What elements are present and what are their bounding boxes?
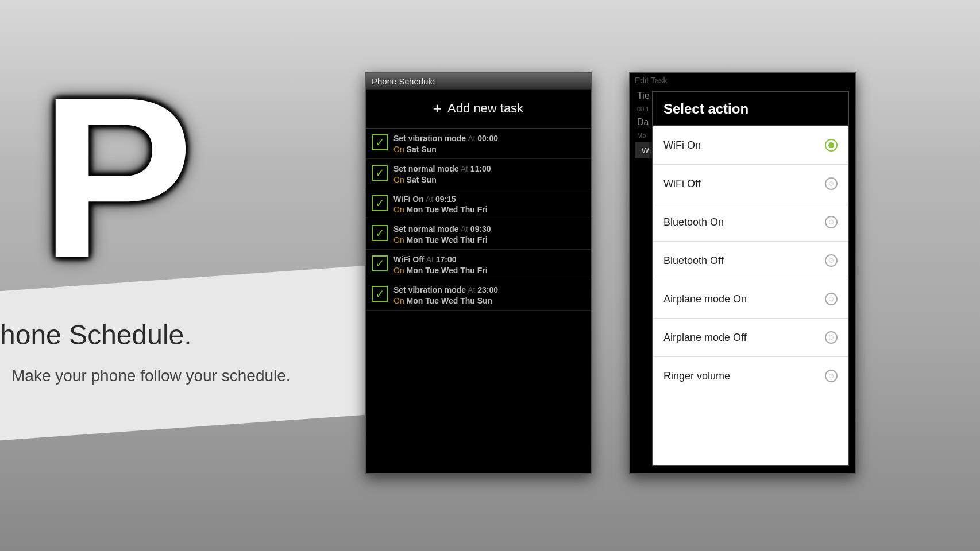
task-row[interactable]: ✓ Set vibration mode At 23:00 On Mon Tue… [366, 280, 591, 311]
task-checkbox[interactable]: ✓ [372, 255, 388, 271]
task-name: Set vibration mode [393, 134, 466, 143]
task-text: Set normal mode At 09:30 On Mon Tue Wed … [393, 224, 585, 246]
task-text: WiFi Off At 17:00 On Mon Tue Wed Thu Fri [393, 254, 585, 276]
task-on: On [393, 145, 404, 154]
dialog-title: Select action [653, 92, 848, 126]
promo-banner: hone Schedule. Make your phone follow yo… [0, 265, 368, 442]
task-at: At [461, 224, 468, 234]
action-option-label: Ringer volume [663, 370, 730, 382]
action-option[interactable]: Airplane mode Off [653, 319, 848, 357]
task-days: Mon Tue Wed Thu Fri [407, 235, 488, 245]
radio-icon [825, 216, 838, 228]
action-option[interactable]: Airplane mode On [653, 280, 848, 319]
task-at: At [468, 134, 475, 143]
task-list-container: ✓ Set vibration mode At 00:00 On Sat Sun… [366, 129, 591, 311]
select-action-dialog: Select action WiFi On WiFi Off Bluetooth… [652, 91, 849, 466]
app-header: Phone Schedule [366, 73, 591, 90]
action-option-label: Airplane mode On [663, 293, 747, 305]
radio-icon [825, 254, 838, 267]
add-new-task-button[interactable]: +Add new task [366, 90, 591, 129]
task-text: WiFi On At 09:15 On Mon Tue Wed Thu Fri [393, 194, 585, 216]
task-checkbox[interactable]: ✓ [372, 134, 388, 150]
task-time: 00:00 [477, 134, 498, 143]
action-option[interactable]: Bluetooth Off [653, 242, 848, 280]
task-name: WiFi On [393, 195, 424, 204]
task-days: Sat Sun [407, 175, 437, 184]
action-option[interactable]: WiFi On [653, 126, 848, 165]
promo-panel: P hone Schedule. Make your phone follow … [0, 0, 356, 551]
task-at: At [426, 255, 434, 264]
task-days: Mon Tue Wed Thu Fri [407, 266, 488, 275]
radio-icon [825, 139, 838, 152]
task-days: Mon Tue Wed Thu Fri [407, 205, 488, 214]
edit-task-header: Edit Task [630, 73, 855, 87]
task-checkbox[interactable]: ✓ [372, 225, 388, 241]
task-row[interactable]: ✓ Set normal mode At 11:00 On Sat Sun [366, 159, 591, 189]
promo-subtitle: Make your phone follow your schedule. [11, 367, 345, 385]
task-name: WiFi Off [393, 255, 425, 264]
task-row[interactable]: ✓ Set normal mode At 09:30 On Mon Tue We… [366, 219, 591, 250]
task-on: On [393, 266, 404, 275]
plus-icon: + [433, 100, 442, 117]
task-on: On [393, 235, 404, 245]
task-time: 23:00 [477, 285, 498, 294]
task-name: Set normal mode [393, 164, 459, 173]
task-checkbox[interactable]: ✓ [372, 195, 388, 211]
action-option-label: Bluetooth On [663, 216, 724, 228]
radio-icon [825, 177, 838, 190]
task-text: Set normal mode At 11:00 On Sat Sun [393, 164, 585, 185]
task-name: Set normal mode [393, 224, 459, 234]
task-checkbox[interactable]: ✓ [372, 165, 388, 181]
logo-letter: P [40, 92, 194, 264]
action-option-label: WiFi On [663, 139, 701, 152]
task-checkbox[interactable]: ✓ [372, 286, 388, 302]
task-at: At [468, 285, 475, 294]
task-row[interactable]: ✓ WiFi Off At 17:00 On Mon Tue Wed Thu F… [366, 250, 591, 280]
task-name: Set vibration mode [393, 285, 466, 294]
task-on: On [393, 296, 404, 305]
task-time: 09:15 [435, 195, 456, 204]
action-option[interactable]: Bluetooth On [653, 203, 848, 242]
radio-icon [825, 293, 838, 305]
task-days: Mon Tue Wed Thu Sun [407, 296, 493, 305]
task-row[interactable]: ✓ WiFi On At 09:15 On Mon Tue Wed Thu Fr… [366, 189, 591, 220]
dialog-option-list: WiFi On WiFi Off Bluetooth On Bluetooth … [653, 126, 848, 465]
add-task-label: Add new task [447, 101, 523, 115]
task-text: Set vibration mode At 23:00 On Mon Tue W… [393, 285, 585, 306]
task-text: Set vibration mode At 00:00 On Sat Sun [393, 133, 585, 155]
phone-task-list: Phone Schedule +Add new task ✓ Set vibra… [365, 72, 592, 474]
action-option[interactable]: WiFi Off [653, 165, 848, 203]
task-time: 17:00 [436, 255, 457, 264]
radio-icon [825, 370, 838, 382]
task-at: At [426, 195, 433, 204]
task-time: 09:30 [470, 224, 491, 234]
task-on: On [393, 175, 404, 184]
action-option[interactable]: Ringer volume [653, 357, 848, 395]
radio-icon [825, 331, 838, 344]
action-option-label: WiFi Off [663, 178, 701, 190]
action-option-label: Bluetooth Off [663, 255, 724, 267]
phone-select-action: Edit Task Tie 00:1 Da Mo Wi Select actio… [629, 72, 856, 474]
task-row[interactable]: ✓ Set vibration mode At 00:00 On Sat Sun [366, 129, 591, 159]
task-on: On [393, 205, 404, 214]
action-option-label: Airplane mode Off [663, 332, 747, 344]
promo-title: hone Schedule. [0, 319, 345, 351]
task-time: 11:00 [470, 164, 491, 173]
task-at: At [461, 164, 468, 173]
task-days: Sat Sun [407, 145, 437, 154]
